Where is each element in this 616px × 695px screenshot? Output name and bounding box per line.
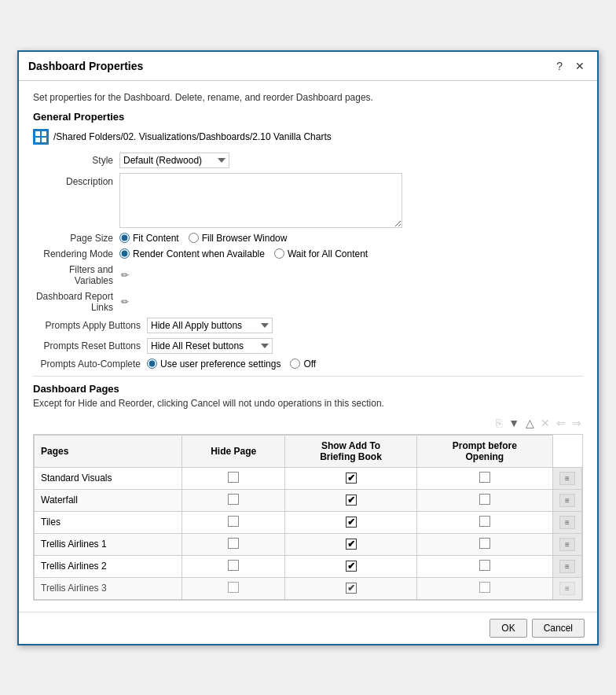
rendering-mode-row: Rendering Mode Render Content when Avail… [33,248,583,259]
render-available-radio[interactable] [119,248,130,259]
row-move-button[interactable]: ≡ [559,494,575,507]
fit-content-radio[interactable] [119,233,130,243]
prompt-before-cell[interactable] [416,555,552,577]
page-name-cell: Standard Visuals [35,467,182,489]
move-up-icon[interactable]: ⇐ [555,415,567,431]
copy-icon[interactable]: ⎘ [494,415,504,431]
show-add-cell[interactable]: ✔ [285,577,416,599]
fit-content-label: Fit Content [133,233,179,244]
cancel-button[interactable]: Cancel [532,619,585,638]
wait-all-option[interactable]: Wait for All Content [274,248,368,259]
hide-page-header: Hide Page [182,435,285,467]
use-preference-radio[interactable] [147,359,157,369]
prompt-before-cell[interactable] [416,489,552,511]
off-radio[interactable] [290,359,300,369]
use-preference-option[interactable]: Use user preference settings [147,359,280,370]
svg-rect-2 [35,138,40,142]
ok-button[interactable]: OK [490,619,526,638]
dashboard-properties-dialog: Dashboard Properties ? ✕ Set properties … [17,50,599,645]
hide-page-cell[interactable] [182,489,285,511]
page-name-cell: Trellis Airlines 1 [35,533,182,555]
dialog-body: Set properties for the Dashboard. Delete… [19,81,597,612]
row-move-cell: ≡ [553,555,582,577]
general-properties-title: General Properties [33,111,583,123]
move-down-icon[interactable]: ⇒ [570,415,583,431]
header-icons: ? ✕ [553,58,588,74]
prompt-before-cell[interactable] [416,533,552,555]
prompts-reset-row: Prompts Reset Buttons Hide All Reset but… [33,338,583,354]
style-label: Style [33,155,119,166]
close-button[interactable]: ✕ [572,58,588,74]
links-row: Dashboard Report Links ✏ [33,291,583,313]
svg-rect-1 [42,131,46,136]
links-label: Dashboard Report Links [33,291,119,313]
prompts-auto-options: Use user preference settings Off [147,359,316,370]
hide-page-cell[interactable] [182,533,285,555]
wait-all-label: Wait for All Content [288,248,368,259]
wait-all-radio[interactable] [274,248,284,259]
style-select[interactable]: Default (Redwood) Default Alta [119,153,229,168]
delete-icon[interactable]: ✕ [539,415,552,431]
hide-page-cell[interactable] [182,467,285,489]
filters-edit-icon[interactable]: ✏ [121,270,129,281]
fit-content-option[interactable]: Fit Content [119,233,179,244]
render-available-label: Render Content when Available [133,248,265,259]
description-textarea[interactable] [119,173,402,228]
show-add-header: Show Add ToBriefing Book [285,435,416,467]
fill-browser-option[interactable]: Fill Browser Window [189,233,288,244]
row-move-cell: ≡ [553,577,582,599]
pages-table-wrapper: Pages Hide Page Show Add ToBriefing Book… [33,434,583,601]
show-add-cell[interactable]: ✔ [285,555,416,577]
prompts-reset-label: Prompts Reset Buttons [33,340,147,351]
row-move-button[interactable]: ≡ [559,516,575,529]
show-add-cell[interactable]: ✔ [285,511,416,533]
filter-remove-icon[interactable]: △ [524,415,536,431]
row-move-button[interactable]: ≡ [559,560,575,573]
page-size-row: Page Size Fit Content Fill Browser Windo… [33,233,583,244]
prompt-before-header: Prompt beforeOpening [416,435,552,467]
intro-text: Set properties for the Dashboard. Delete… [33,92,583,103]
move-header [553,435,582,467]
prompts-apply-select[interactable]: Hide All Apply buttons Show All Apply bu… [147,318,273,333]
description-row: Description [33,173,583,228]
row-move-button[interactable]: ≡ [559,538,575,551]
render-available-option[interactable]: Render Content when Available [119,248,265,259]
prompt-before-cell[interactable] [416,511,552,533]
filter-add-icon[interactable]: ▼ [507,415,521,431]
prompts-reset-select[interactable]: Hide All Reset buttons Show All Reset bu… [147,338,273,354]
path-row: /Shared Folders/02. Visualizations/Dashb… [33,129,583,145]
page-name-cell: Tiles [35,511,182,533]
path-text: /Shared Folders/02. Visualizations/Dashb… [53,131,332,142]
rendering-options: Render Content when Available Wait for A… [119,248,368,259]
row-move-cell: ≡ [553,489,582,511]
help-button[interactable]: ? [553,58,566,74]
prompts-auto-label: Prompts Auto-Complete [33,359,147,370]
page-size-label: Page Size [33,233,119,244]
hide-page-cell[interactable] [182,555,285,577]
show-add-cell[interactable]: ✔ [285,533,416,555]
use-preference-label: Use user preference settings [160,359,280,370]
show-add-cell[interactable]: ✔ [285,467,416,489]
row-move-button[interactable]: ≡ [559,472,575,485]
rendering-label: Rendering Mode [33,248,119,259]
description-label: Description [33,173,119,187]
pages-note: Except for Hide and Reorder, clicking Ca… [33,398,583,409]
filters-row: Filters and Variables ✏ [33,264,583,286]
prompt-before-cell[interactable] [416,467,552,489]
grid-icon [33,129,49,145]
links-edit-icon[interactable]: ✏ [121,296,129,307]
off-option[interactable]: Off [290,359,316,370]
filters-label: Filters and Variables [33,264,119,286]
pages-table: Pages Hide Page Show Add ToBriefing Book… [34,435,582,600]
row-move-cell: ≡ [553,467,582,489]
row-move-button[interactable]: ≡ [559,582,575,595]
prompts-auto-row: Prompts Auto-Complete Use user preferenc… [33,359,583,370]
dashboard-pages-title: Dashboard Pages [33,383,583,395]
prompts-apply-row: Prompts Apply Buttons Hide All Apply but… [33,318,583,333]
page-name-cell: Waterfall [35,489,182,511]
show-add-cell[interactable]: ✔ [285,489,416,511]
hide-page-cell[interactable] [182,511,285,533]
prompt-before-cell[interactable] [416,577,552,599]
fill-browser-radio[interactable] [189,233,199,243]
hide-page-cell[interactable] [182,577,285,599]
